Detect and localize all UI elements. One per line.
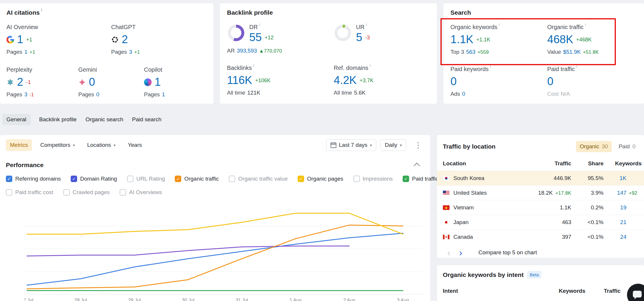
checkbox-box[interactable] — [353, 176, 360, 182]
prev-page-button[interactable]: ‹ — [443, 248, 455, 257]
traffic-cell: 18.2K+17.8K — [510, 190, 571, 196]
col-traffic: Traffic — [510, 160, 571, 167]
sub-label: Ads — [450, 91, 460, 97]
pages-link[interactable]: 1 — [24, 49, 28, 55]
sub-label: Value — [547, 49, 561, 55]
metrics-button[interactable]: Metrics — [6, 139, 32, 151]
card-title-text: AI citations — [6, 9, 40, 16]
keywords-link[interactable]: 147 — [604, 190, 626, 196]
next-page-button[interactable]: › — [455, 248, 467, 257]
metric-value[interactable]: 4.2K — [334, 75, 357, 86]
checkbox-url-rating[interactable]: URL Rating — [127, 176, 165, 182]
metric-value[interactable]: 468K — [547, 34, 573, 46]
checkbox-paid-traffic[interactable]: ✓Paid traffic — [403, 176, 438, 182]
collapse-chevron-icon[interactable] — [414, 163, 420, 169]
keywords-link[interactable]: 21 — [604, 219, 626, 226]
checkbox-box[interactable]: ✓ — [175, 176, 181, 182]
perplexity-icon — [6, 78, 14, 86]
metric-delta: +1.1K — [476, 37, 490, 43]
alltime-label: All time — [227, 90, 245, 96]
checkbox-box[interactable] — [120, 189, 126, 196]
ar-link[interactable]: 393,593 — [237, 48, 257, 54]
metric-value[interactable]: 2 — [122, 34, 128, 46]
compare-top5-link[interactable]: Compare top 5 on chart — [478, 249, 537, 256]
pages-link[interactable]: 1 — [162, 91, 165, 98]
sub-link[interactable]: 0 — [462, 91, 465, 97]
tab-general[interactable]: General — [2, 114, 30, 125]
tab-organic-search[interactable]: Organic search — [85, 114, 123, 125]
metric-value[interactable]: 116K — [227, 75, 252, 86]
metric-perplexity: Perplexity 2 -1 Pages 3 -1 — [6, 66, 78, 98]
checkbox-organic-traffic-value[interactable]: Organic traffic value — [229, 176, 288, 182]
metric-delta: -3 — [365, 35, 370, 41]
metric-value[interactable]: 1 — [155, 76, 161, 88]
col-intent: Intent — [443, 288, 535, 294]
checkbox-referring-domains[interactable]: ✓Referring domains — [6, 176, 61, 182]
metric-delta: +106K — [255, 78, 271, 84]
checkbox-organic-pages[interactable]: ✓Organic pages — [298, 176, 343, 182]
keywords-link[interactable]: 24 — [604, 234, 626, 240]
checkbox-label: URL Rating — [136, 176, 165, 182]
checkbox-paid-traffic-cost[interactable]: Paid traffic cost — [6, 189, 53, 196]
checkbox-box[interactable] — [229, 176, 235, 182]
checkbox-domain-rating[interactable]: ✓Domain Rating — [71, 176, 117, 182]
metric-value[interactable]: 55 — [249, 32, 262, 43]
info-icon[interactable] — [585, 23, 586, 26]
location-name: South Korea — [453, 175, 484, 181]
checkbox-box[interactable]: ✓ — [298, 176, 304, 182]
pages-link[interactable]: 3 — [129, 49, 132, 55]
granularity-dropdown[interactable]: Daily ▾ — [380, 139, 406, 151]
ai-citations-card: AI citations AI Overview 1 +1 Pages 1 +1… — [0, 3, 213, 104]
flag-canada-icon — [443, 235, 450, 239]
info-icon[interactable] — [490, 65, 491, 68]
pages-link[interactable]: 3 — [24, 91, 28, 98]
toggle-paid[interactable]: Paid 0 — [615, 141, 639, 152]
keywords-link[interactable]: 1K — [604, 175, 626, 181]
tab-backlink-profile[interactable]: Backlink profile — [39, 114, 77, 125]
info-icon[interactable] — [253, 63, 254, 67]
locations-dropdown[interactable]: Locations▾ — [83, 139, 120, 151]
keywords-link[interactable]: 19 — [604, 204, 626, 211]
checkbox-box[interactable] — [127, 176, 133, 182]
checkbox-box[interactable]: ✓ — [403, 176, 409, 182]
metric-value[interactable]: 1.1K — [450, 34, 473, 46]
kebab-menu-icon[interactable]: ⋮ — [412, 141, 424, 149]
metric-value[interactable]: 1 — [17, 34, 23, 46]
info-icon[interactable] — [366, 23, 367, 26]
toggle-organic[interactable]: Organic 30 — [576, 141, 612, 152]
alltime-value: 5.6K — [354, 90, 365, 96]
metric-delta: -1 — [26, 79, 31, 85]
toggle-count: 0 — [632, 143, 635, 150]
checkbox-box[interactable] — [6, 189, 12, 196]
checkbox-impressions[interactable]: Impressions — [353, 176, 393, 182]
info-icon[interactable] — [370, 63, 371, 67]
sub-link[interactable]: $51.9K — [563, 49, 581, 55]
pages-delta: -1 — [29, 92, 34, 98]
metric-value[interactable]: 0 — [89, 76, 95, 88]
metric-value[interactable]: 0 — [547, 76, 553, 88]
info-icon[interactable] — [499, 23, 500, 26]
checkbox-ai-overviews[interactable]: AI Overviews — [120, 189, 162, 196]
checkbox-box[interactable]: ✓ — [6, 176, 12, 182]
checkbox-crawled-pages[interactable]: Crawled pages — [63, 189, 110, 196]
tab-paid-search[interactable]: Paid search — [132, 114, 161, 125]
checkbox-box[interactable] — [63, 189, 70, 196]
metric-value[interactable]: 2 — [17, 76, 23, 88]
table-row: South Korea446.9K95.5%1K — [437, 171, 644, 185]
metric-value[interactable]: 0 — [450, 76, 457, 88]
checkbox-box[interactable]: ✓ — [71, 176, 77, 182]
share-cell: 95.5% — [571, 175, 604, 181]
years-button[interactable]: Years — [124, 139, 146, 151]
alltime-label: All time — [334, 90, 352, 96]
pages-link[interactable]: 0 — [96, 91, 99, 98]
backlink-profile-card: Backlink profile DR 55 +12 AR 393,593 — [220, 3, 437, 104]
sub-link[interactable]: 563 — [466, 49, 475, 55]
info-icon[interactable] — [41, 8, 42, 12]
date-range-dropdown[interactable]: Last 7 days ▾ — [326, 139, 377, 151]
checkbox-organic-traffic[interactable]: ✓Organic traffic — [175, 176, 219, 182]
metric-delta: +12 — [265, 35, 274, 41]
overview-tabs: General Backlink profile Organic search … — [2, 114, 162, 125]
competitors-dropdown[interactable]: Competitors▾ — [36, 139, 79, 151]
info-icon[interactable] — [259, 23, 260, 26]
info-icon[interactable] — [576, 65, 577, 68]
